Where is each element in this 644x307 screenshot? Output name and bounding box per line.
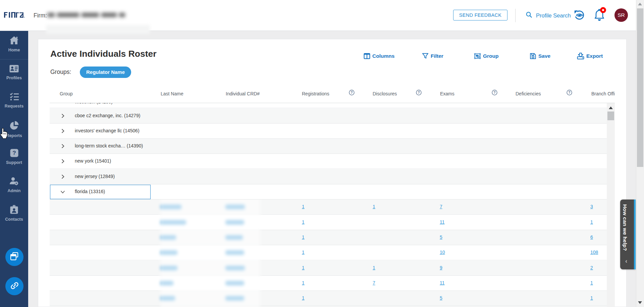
columns-button[interactable]: Columns <box>364 52 394 60</box>
branch_offices-link[interactable]: 1 <box>590 280 593 286</box>
last-name-redacted-link[interactable] <box>160 296 175 301</box>
registrations-link[interactable]: 1 <box>302 295 305 301</box>
registrations-link[interactable]: 1 <box>302 219 305 225</box>
last-name-redacted-link[interactable] <box>160 220 186 225</box>
help-circle-icon[interactable]: ? <box>567 90 572 95</box>
group-row-label[interactable]: new york (15401) <box>75 158 111 164</box>
export-button[interactable]: Export <box>577 52 603 60</box>
sidebar-item-reports[interactable]: Reports <box>0 121 28 138</box>
branch_offices-link[interactable]: 1 <box>590 219 593 225</box>
help-tab-collapse-icon[interactable]: ‹ <box>625 257 627 265</box>
group-row-label[interactable]: new jersey (12849) <box>75 174 115 179</box>
column-header-individual-crd-[interactable]: Individual CRD# <box>226 91 260 96</box>
chevron-right-icon[interactable] <box>60 174 65 180</box>
chevron-down-icon[interactable] <box>60 189 65 195</box>
last-name-redacted-link[interactable] <box>160 281 173 286</box>
group-row-label[interactable]: investors' exchange llc (14506) <box>75 128 140 133</box>
branch_offices-link[interactable]: 3 <box>590 204 593 209</box>
disclosures-link[interactable]: 1 <box>373 204 375 209</box>
crd-redacted-link[interactable] <box>225 296 244 301</box>
last-name-redacted-link[interactable] <box>160 205 181 209</box>
column-header-branch-offices[interactable]: Branch Offices <box>591 91 615 96</box>
page-scroll-down-arrow-icon[interactable] <box>638 301 642 304</box>
finra-logo[interactable] <box>4 12 25 19</box>
page-scroll-up-arrow-icon[interactable] <box>638 3 642 5</box>
table-scrollbar[interactable] <box>607 103 615 307</box>
sidebar-item-contacts[interactable]: Contacts <box>0 205 28 222</box>
table-scroll-up-arrow-icon[interactable] <box>609 106 613 109</box>
page-scrollbar[interactable] <box>636 0 644 307</box>
toolbar-button-label: Columns <box>372 53 394 59</box>
help-circle-icon[interactable]: ? <box>492 90 497 95</box>
exams-link[interactable]: 11 <box>440 280 445 286</box>
crd-redacted-link[interactable] <box>225 220 244 225</box>
exams-link[interactable]: 7 <box>440 204 442 209</box>
branch_offices-link[interactable]: 6 <box>590 234 593 240</box>
registrations-link[interactable]: 1 <box>302 265 305 270</box>
help-tab[interactable]: How can we help? ‹ <box>620 200 636 269</box>
crd-redacted-link[interactable] <box>225 205 245 209</box>
column-header-exams[interactable]: Exams <box>440 91 454 96</box>
group-row-label[interactable]: cboe c2 exchange, inc. (14279) <box>75 113 140 118</box>
send-feedback-button[interactable]: SEND FEEDBACK <box>453 10 507 20</box>
help-circle-icon[interactable]: ? <box>349 90 355 95</box>
column-header-deficiencies[interactable]: Deficiencies <box>516 91 541 96</box>
column-header-disclosures[interactable]: Disclosures <box>373 91 397 96</box>
exams-link[interactable]: 10 <box>440 250 445 255</box>
registrations-link[interactable]: 1 <box>302 280 305 286</box>
group-row-1: cboe c2 exchange, inc. (14279) <box>50 108 607 124</box>
exams-link[interactable]: 5 <box>440 295 442 301</box>
profile-search[interactable]: Profile Search <box>522 11 571 20</box>
exams-link[interactable]: 5 <box>440 234 442 240</box>
branch_offices-link[interactable]: 1 <box>590 295 593 301</box>
last-name-redacted-link[interactable] <box>160 266 177 270</box>
table-scrollbar-thumb[interactable] <box>607 112 614 120</box>
sidebar-item-support[interactable]: ? Support <box>0 149 28 165</box>
last-name-redacted-link[interactable] <box>160 250 177 255</box>
save-button[interactable]: Save <box>530 52 550 60</box>
sidebar-fab-link[interactable] <box>5 277 23 295</box>
chevron-right-icon[interactable] <box>60 114 65 120</box>
group-row-label[interactable]: long-term stock excha… (14390) <box>75 143 143 148</box>
sidebar-item-admin[interactable]: Admin <box>0 177 28 193</box>
export-icon <box>577 53 584 59</box>
page-scrollbar-thumb[interactable] <box>637 8 643 167</box>
sidebar-item-profiles[interactable]: Profiles <box>0 65 28 80</box>
crd-redacted-link[interactable] <box>225 250 244 255</box>
disclosures-link[interactable]: 1 <box>373 265 375 270</box>
recently-viewed-icon[interactable] <box>574 9 585 21</box>
group-row-5: new jersey (12849) <box>50 169 607 184</box>
column-header-registrations[interactable]: Registrations <box>302 91 329 96</box>
branch_offices-link[interactable]: 2 <box>590 265 593 270</box>
finra-gateway-app: Firm: SEND FEEDBACK Profile Search SR Ho… <box>0 0 644 307</box>
user-avatar[interactable]: SR <box>614 8 628 22</box>
group-chip-regulator-name[interactable]: Regulator Name <box>80 67 131 78</box>
crd-redacted-link[interactable] <box>225 281 244 286</box>
last-name-redacted-link[interactable] <box>160 235 176 240</box>
group-row-label[interactable]: florida (13316) <box>75 189 105 194</box>
exams-link[interactable]: 11 <box>440 219 445 225</box>
crd-redacted-link[interactable] <box>225 235 243 240</box>
crd-redacted-link[interactable] <box>225 266 245 270</box>
chevron-right-icon[interactable] <box>60 144 65 150</box>
sidebar-item-requests[interactable]: Requests <box>0 93 28 108</box>
chevron-right-icon[interactable] <box>60 129 65 135</box>
grid-header-row: GroupLast NameIndividual CRD#Registratio… <box>50 85 615 103</box>
sidebar-fab-windows[interactable] <box>5 248 23 266</box>
disclosures-link[interactable]: 7 <box>373 280 375 286</box>
branch_offices-link[interactable]: 108 <box>590 250 598 255</box>
column-header-group[interactable]: Group <box>60 91 73 96</box>
filter-button[interactable]: Filter <box>422 52 443 60</box>
registrations-link[interactable]: 1 <box>302 250 305 255</box>
exams-link[interactable]: 9 <box>440 265 442 270</box>
registrations-link[interactable]: 1 <box>302 234 305 240</box>
sidebar-item-home[interactable]: Home <box>0 36 28 52</box>
chevron-right-icon[interactable] <box>60 159 65 165</box>
group-row-4: new york (15401) <box>50 154 607 169</box>
groups-label: Groups: <box>50 69 71 76</box>
group-button[interactable]: Group <box>474 52 499 60</box>
help-circle-icon[interactable]: ? <box>416 90 422 95</box>
column-header-last-name[interactable]: Last Name <box>161 91 183 96</box>
registrations-link[interactable]: 1 <box>302 204 305 209</box>
sidebar-item-label: Profiles <box>0 76 28 80</box>
